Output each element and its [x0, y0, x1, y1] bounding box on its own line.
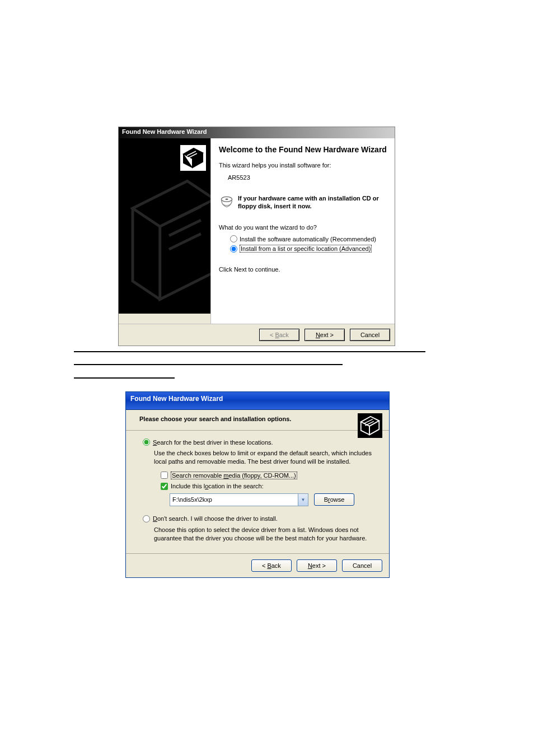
wizard-prompt: What do you want the wizard to do? — [219, 224, 387, 231]
dialog-footer: < Back Next > Cancel — [126, 553, 389, 577]
option-list-row[interactable]: Install from a list or specific location… — [230, 245, 387, 253]
option-dont-search-row[interactable]: Don't search. I will choose the driver t… — [143, 515, 378, 522]
found-hardware-wizard-dialog-1: Found New Hardware Wizard Welcome to the… — [118, 127, 395, 346]
next-button[interactable]: Next > — [305, 329, 345, 341]
option-list-label: Install from a list or specific location… — [240, 245, 372, 253]
path-row: F:\ndis5x\2kxp ▼ Browse — [170, 493, 378, 506]
media-notice-text: If your hardware came with an installati… — [238, 194, 387, 211]
option-dont-search-radio[interactable] — [143, 515, 150, 522]
dont-search-help-text: Choose this option to select the device … — [154, 526, 378, 543]
option-list-radio[interactable] — [230, 245, 237, 253]
sidebar-hardware-icon — [180, 145, 206, 171]
dialog-footer: < Back Next > Cancel — [119, 324, 395, 346]
header-hardware-icon — [358, 413, 382, 438]
option-search-label: Search for the best driver in these loca… — [153, 439, 273, 446]
option-auto-radio[interactable] — [230, 235, 237, 242]
dialog-body: Welcome to the Found New Hardware Wizard… — [119, 138, 395, 324]
next-button[interactable]: Next > — [297, 559, 337, 572]
search-help-text: Use the check boxes below to limit or ex… — [154, 449, 378, 466]
back-button[interactable]: < Back — [251, 559, 292, 572]
device-name: AR5523 — [228, 174, 387, 181]
option-search-row[interactable]: Search for the best driver in these loca… — [143, 438, 378, 446]
dialog-header-area: Please choose your search and installati… — [126, 410, 389, 431]
found-hardware-wizard-dialog-2: Found New Hardware Wizard Please choose … — [125, 391, 390, 578]
cancel-button[interactable]: Cancel — [350, 329, 390, 341]
check-include-label: Include this location in the search: — [171, 483, 264, 489]
check-removable[interactable] — [161, 472, 168, 479]
dialog-content-area: Welcome to the Found New Hardware Wizard… — [210, 138, 395, 324]
check-include-location[interactable] — [161, 483, 168, 490]
cd-icon — [219, 194, 235, 210]
back-button: < Back — [259, 329, 299, 341]
chevron-down-icon[interactable]: ▼ — [298, 494, 308, 506]
divider-line — [74, 377, 175, 379]
divider-line — [74, 364, 343, 365]
check-removable-row[interactable]: Search removable media (floppy, CD-ROM..… — [161, 472, 378, 479]
intro-text: This wizard helps you install software f… — [219, 162, 387, 169]
option-dont-search-label: Don't search. I will choose the driver t… — [153, 515, 278, 522]
dialog-title: Found New Hardware Wizard — [126, 392, 389, 410]
check-removable-label: Search removable media (floppy, CD-ROM..… — [171, 472, 297, 479]
click-next-text: Click Next to continue. — [219, 266, 387, 273]
dialog-title: Found New Hardware Wizard — [119, 127, 395, 138]
path-value: F:\ndis5x\2kxp — [172, 496, 212, 503]
cancel-button[interactable]: Cancel — [342, 559, 382, 572]
svg-point-1 — [225, 198, 228, 199]
header-text: Please choose your search and installati… — [139, 416, 382, 422]
wizard-options: Install the software automatically (Reco… — [230, 235, 387, 253]
path-combobox[interactable]: F:\ndis5x\2kxp ▼ — [170, 493, 308, 506]
dialog-body: Search for the best driver in these loca… — [126, 431, 389, 553]
media-notice-row: If your hardware came with an installati… — [219, 194, 387, 211]
divider-line — [74, 351, 425, 352]
option-search-radio[interactable] — [143, 438, 150, 446]
option-auto-row[interactable]: Install the software automatically (Reco… — [230, 235, 387, 242]
option-auto-label: Install the software automatically (Reco… — [240, 236, 376, 242]
browse-button[interactable]: Browse — [314, 493, 354, 506]
check-include-row[interactable]: Include this location in the search: — [161, 483, 378, 490]
wizard-sidebar-image — [119, 138, 210, 314]
sidebar-bg-icon — [119, 172, 210, 314]
wizard-heading: Welcome to the Found New Hardware Wizard — [219, 145, 387, 155]
